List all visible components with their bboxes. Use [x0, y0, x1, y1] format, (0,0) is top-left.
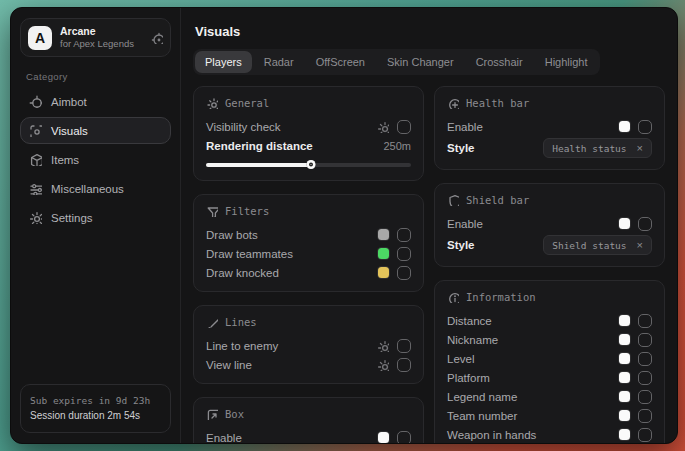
setting-row-draw-bots: Draw bots — [206, 225, 411, 244]
tab-skin-changer[interactable]: Skin Changer — [377, 51, 464, 73]
sidebar-nav: Aimbot Visuals Items Miscellaneous Setti… — [20, 88, 171, 231]
health-icon — [447, 97, 459, 109]
color-swatch[interactable] — [378, 248, 389, 259]
tab-radar[interactable]: Radar — [254, 51, 304, 73]
health-style-select[interactable]: Health status × — [543, 138, 652, 158]
brand-target-icon[interactable] — [151, 32, 163, 44]
sidebar-item-settings[interactable]: Settings — [20, 204, 171, 231]
clear-icon[interactable]: × — [637, 240, 643, 251]
sidebar-item-aimbot[interactable]: Aimbot — [20, 88, 171, 115]
setting-row-health-style: Style Health status × — [447, 136, 652, 160]
sidebar-item-label: Items — [51, 154, 79, 166]
sun-icon — [206, 97, 218, 109]
color-swatch[interactable] — [619, 391, 630, 402]
subscription-card: Sub expires in 9d 23h Session duration 2… — [20, 384, 171, 433]
draw-teammates-checkbox[interactable] — [397, 247, 411, 261]
view-line-gear-icon[interactable] — [377, 359, 389, 371]
visibility-check-checkbox[interactable] — [397, 120, 411, 134]
setting-row-nickname: Nickname — [447, 330, 652, 349]
panel-title: Box — [225, 408, 244, 420]
platform-checkbox[interactable] — [638, 371, 652, 385]
view-line-checkbox[interactable] — [397, 358, 411, 372]
color-swatch[interactable] — [619, 218, 630, 229]
package-icon — [29, 153, 42, 166]
level-checkbox[interactable] — [638, 352, 652, 366]
app-subtitle: for Apex Legends — [60, 38, 143, 50]
rendering-distance-slider[interactable] — [206, 158, 411, 171]
sidebar-item-visuals[interactable]: Visuals — [20, 117, 171, 144]
sidebar-item-miscellaneous[interactable]: Miscellaneous — [20, 175, 171, 202]
distance-checkbox[interactable] — [638, 314, 652, 328]
visibility-check-gear-icon[interactable] — [377, 121, 389, 133]
setting-row-draw-knocked: Draw knocked — [206, 263, 411, 282]
panel-title: Shield bar — [466, 194, 529, 206]
clear-icon[interactable]: × — [637, 143, 643, 154]
team-number-checkbox[interactable] — [638, 409, 652, 423]
tab-highlight[interactable]: Highlight — [535, 51, 598, 73]
category-label: Category — [26, 71, 171, 82]
panel-title: Information — [466, 291, 536, 303]
info-icon — [447, 291, 459, 303]
draw-bots-checkbox[interactable] — [397, 228, 411, 242]
tab-offscreen[interactable]: OffScreen — [306, 51, 375, 73]
panel-title: Filters — [225, 205, 269, 217]
color-swatch[interactable] — [378, 267, 389, 278]
color-swatch[interactable] — [378, 432, 389, 443]
color-swatch[interactable] — [619, 315, 630, 326]
slider-thumb[interactable] — [306, 160, 315, 169]
sidebar-item-label: Aimbot — [51, 96, 87, 108]
sidebar-item-items[interactable]: Items — [20, 146, 171, 173]
setting-row-view-line: View line — [206, 355, 411, 374]
app-window: A Arcane for Apex Legends Category Aimbo… — [10, 7, 678, 444]
line-to-enemy-checkbox[interactable] — [397, 339, 411, 353]
app-title: Arcane — [60, 25, 143, 38]
color-swatch[interactable] — [619, 121, 630, 132]
weapon-in-hands-checkbox[interactable] — [638, 428, 652, 442]
color-swatch[interactable] — [619, 410, 630, 421]
panel-box: Box Enable Enable background — [193, 397, 424, 443]
tab-players[interactable]: Players — [195, 51, 252, 73]
color-swatch[interactable] — [619, 334, 630, 345]
setting-row-visibility-check: Visibility check — [206, 117, 411, 136]
sidebar-item-label: Miscellaneous — [51, 183, 124, 195]
sliders-icon — [29, 182, 42, 195]
box-enable-checkbox[interactable] — [397, 431, 411, 444]
color-swatch[interactable] — [619, 372, 630, 383]
setting-row-weapon-in-hands: Weapon in hands — [447, 425, 652, 443]
line-to-enemy-gear-icon[interactable] — [377, 340, 389, 352]
right-column: Health bar Enable Style Health status — [434, 86, 665, 443]
setting-row-team-number: Team number — [447, 406, 652, 425]
draw-knocked-checkbox[interactable] — [397, 266, 411, 280]
setting-row-draw-teammates: Draw teammates — [206, 244, 411, 263]
nickname-checkbox[interactable] — [638, 333, 652, 347]
tab-crosshair[interactable]: Crosshair — [466, 51, 533, 73]
rendering-distance-value: 250m — [383, 140, 411, 152]
color-swatch[interactable] — [378, 229, 389, 240]
health-enable-checkbox[interactable] — [638, 120, 652, 134]
page-title: Visuals — [195, 24, 665, 39]
setting-row-rendering-distance: Rendering distance 250m — [206, 136, 411, 155]
crosshair-icon — [29, 95, 42, 108]
main-area: Visuals Players Radar OffScreen Skin Cha… — [181, 8, 677, 443]
panel-lines: Lines Line to enemy View line — [193, 305, 424, 384]
setting-row-line-to-enemy: Line to enemy — [206, 336, 411, 355]
legend-name-checkbox[interactable] — [638, 390, 652, 404]
box-icon — [206, 408, 218, 420]
setting-row-box-enable: Enable — [206, 428, 411, 443]
line-icon — [206, 316, 218, 328]
panel-filters: Filters Draw bots Draw teammates — [193, 194, 424, 292]
shield-style-select[interactable]: Shield status × — [543, 235, 652, 255]
sidebar-item-label: Visuals — [51, 125, 88, 137]
gear-icon — [29, 211, 42, 224]
panel-title: General — [225, 97, 269, 109]
panel-general: General Visibility check Rendering dista… — [193, 86, 424, 181]
panels-grid: General Visibility check Rendering dista… — [193, 86, 665, 443]
setting-row-platform: Platform — [447, 368, 652, 387]
setting-row-shield-style: Style Shield status × — [447, 233, 652, 257]
sidebar: A Arcane for Apex Legends Category Aimbo… — [11, 8, 181, 443]
shield-enable-checkbox[interactable] — [638, 217, 652, 231]
color-swatch[interactable] — [619, 429, 630, 440]
setting-row-legend-name: Legend name — [447, 387, 652, 406]
setting-row-shield-enable: Enable — [447, 214, 652, 233]
color-swatch[interactable] — [619, 353, 630, 364]
